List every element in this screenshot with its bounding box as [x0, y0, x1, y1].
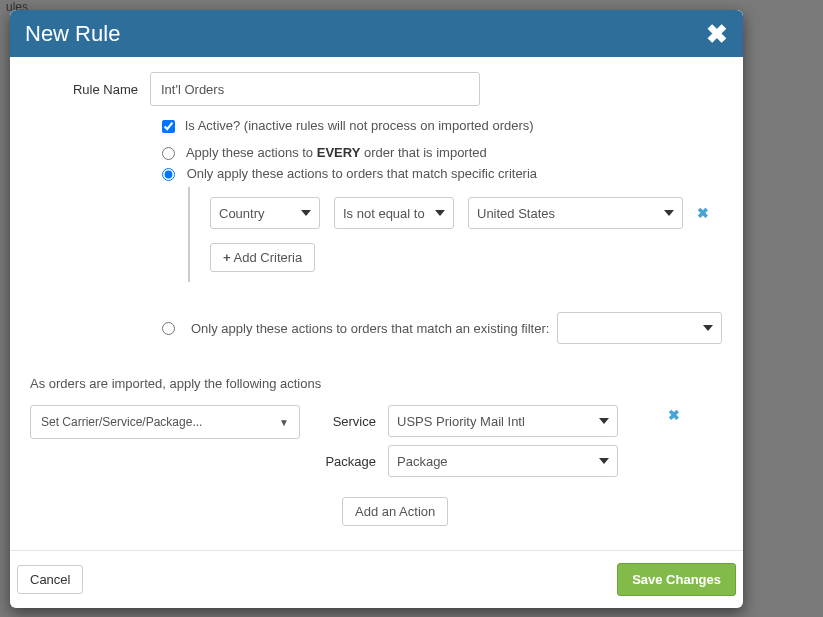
apply-every-suffix: order that is imported — [360, 145, 486, 160]
modal-body: Rule Name Is Active? (inactive rules wil… — [10, 57, 743, 550]
package-select[interactable]: Package — [388, 445, 618, 477]
modal-footer: Cancel Save Changes — [10, 550, 743, 608]
action-config: Service USPS Priority Mail Intl Package … — [320, 405, 618, 477]
package-row: Package Package — [320, 445, 618, 477]
apply-every-radio[interactable] — [162, 147, 175, 160]
apply-filter-row: Only apply these actions to orders that … — [162, 312, 723, 344]
rule-name-input[interactable] — [150, 72, 480, 106]
is-active-row: Is Active? (inactive rules will not proc… — [162, 118, 723, 133]
apply-every-row: Apply these actions to EVERY order that … — [162, 145, 723, 160]
criteria-operator-select[interactable]: Is not equal to — [334, 197, 454, 229]
criteria-field-select[interactable]: Country — [210, 197, 320, 229]
new-rule-modal: New Rule ✖ Rule Name Is Active? (inactiv… — [10, 10, 743, 608]
add-action-row: Add an Action — [342, 497, 723, 526]
apply-filter-label: Only apply these actions to orders that … — [191, 321, 549, 336]
apply-every-prefix: Apply these actions to — [186, 145, 317, 160]
criteria-value-select[interactable]: United States — [468, 197, 683, 229]
service-row: Service USPS Priority Mail Intl — [320, 405, 618, 437]
remove-action-icon[interactable]: ✖ — [668, 407, 680, 423]
apply-criteria-label: Only apply these actions to orders that … — [187, 166, 537, 181]
add-criteria-button[interactable]: +Add Criteria — [210, 243, 315, 272]
actions-header: As orders are imported, apply the follow… — [30, 376, 723, 391]
apply-every-bold: EVERY — [317, 145, 361, 160]
save-button[interactable]: Save Changes — [617, 563, 736, 596]
criteria-block: Country Is not equal to United States ✖ … — [188, 187, 723, 282]
service-select[interactable]: USPS Priority Mail Intl — [388, 405, 618, 437]
action-type-label: Set Carrier/Service/Package... — [41, 415, 202, 429]
service-label: Service — [320, 414, 376, 429]
action-type-dropdown[interactable]: Set Carrier/Service/Package... ▼ — [30, 405, 300, 439]
package-label: Package — [320, 454, 376, 469]
modal-header: New Rule ✖ — [10, 10, 743, 57]
rule-name-row: Rule Name — [30, 72, 723, 106]
caret-down-icon: ▼ — [279, 417, 289, 428]
actions-row: Set Carrier/Service/Package... ▼ Service… — [30, 405, 723, 477]
close-icon[interactable]: ✖ — [706, 21, 728, 47]
add-action-button[interactable]: Add an Action — [342, 497, 448, 526]
criteria-row: Country Is not equal to United States ✖ — [210, 197, 723, 229]
apply-filter-radio[interactable] — [162, 322, 175, 335]
apply-criteria-radio[interactable] — [162, 168, 175, 181]
is-active-checkbox[interactable] — [162, 120, 175, 133]
filter-select[interactable] — [557, 312, 722, 344]
rule-name-label: Rule Name — [30, 82, 150, 97]
cancel-button[interactable]: Cancel — [17, 565, 83, 594]
apply-criteria-row: Only apply these actions to orders that … — [162, 166, 723, 181]
remove-criteria-icon[interactable]: ✖ — [697, 205, 709, 221]
modal-title: New Rule — [25, 21, 120, 47]
plus-icon: + — [223, 250, 231, 265]
is-active-label: Is Active? (inactive rules will not proc… — [185, 118, 534, 133]
